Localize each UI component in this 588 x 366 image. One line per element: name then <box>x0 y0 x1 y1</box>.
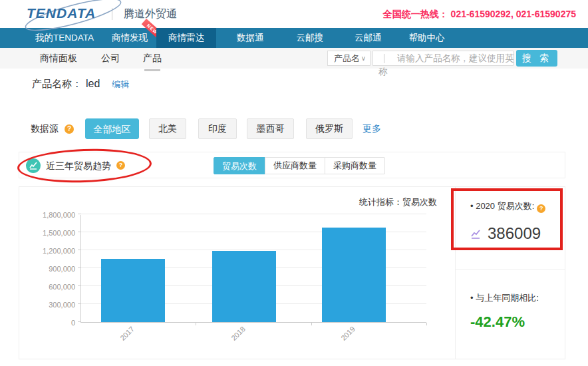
y-tick-label: 0 <box>19 319 75 327</box>
nav-item-label: 数据通 <box>237 33 264 43</box>
nav-item-6[interactable]: 云邮通 <box>355 28 382 48</box>
top-bar: TENDATA 腾道外贸通 全国统一热线： 021-61590292, 021-… <box>0 0 588 28</box>
y-tick <box>78 303 81 304</box>
datasource-label: 数据源 <box>31 118 59 139</box>
more-regions-link[interactable]: 更多 <box>363 118 381 139</box>
purple-trend-icon <box>470 229 483 240</box>
y-tick <box>78 250 81 250</box>
sub-nav: 商情面板公司产品 产品名 ∨ 请输入产品名称，建议使用英 称 搜 索 <box>0 48 588 69</box>
x-tick-label: 2019 <box>336 321 361 346</box>
x-tick-label: 2018 <box>226 321 251 346</box>
y-tick-label: 1,200,000 <box>19 247 75 255</box>
y-tick <box>78 232 81 232</box>
product-name-value: led <box>86 78 100 89</box>
nav-item-label: 商情雷达 <box>168 33 204 43</box>
page: TENDATA 腾道外贸通 全国统一热线： 021-61590292, 021-… <box>0 0 588 366</box>
tab-2[interactable]: 供应商数量 <box>265 157 325 174</box>
logo-text: TENDATA <box>27 5 126 21</box>
x-tick-label: 2017 <box>115 321 140 346</box>
search-category-select[interactable]: 产品名 ∨ <box>327 51 370 66</box>
search-input[interactable]: 请输入产品名称，建议使用英 称 <box>372 51 514 66</box>
nav-item-3[interactable]: 商情雷达 <box>156 28 216 48</box>
y-tick <box>78 214 81 214</box>
y-tick-label: 900,000 <box>19 265 75 273</box>
edit-link[interactable]: 编辑 <box>112 79 129 89</box>
x-axis-tick <box>196 323 196 325</box>
y-tick-label: 600,000 <box>19 283 75 291</box>
tab-3[interactable]: 采购商数量 <box>325 157 385 174</box>
x-axis-tick <box>311 323 312 325</box>
current-year-label: • 2020 贸易次数: <box>470 201 534 211</box>
nav-item-label: 云邮通 <box>355 33 382 43</box>
x-axis-tick <box>426 323 427 325</box>
gridline <box>81 214 426 214</box>
chart-plot <box>80 215 426 323</box>
region-button-5[interactable]: 俄罗斯 <box>306 118 353 139</box>
y-tick <box>78 268 81 268</box>
region-button-3[interactable]: 印度 <box>198 118 237 139</box>
region-button-1[interactable]: 全部地区 <box>85 118 139 139</box>
tendata-logo: TENDATA <box>27 5 126 25</box>
subnav-item-3[interactable]: 产品 <box>143 48 162 69</box>
region-button-2[interactable]: 北美 <box>149 118 186 139</box>
chevron-down-icon: ∨ <box>361 51 366 65</box>
compare-label: • 与上年同期相比: <box>470 292 539 304</box>
panel-divider <box>455 187 456 359</box>
subnav-item-1[interactable]: 商情面板 <box>40 48 77 69</box>
nav-item-5[interactable]: 云邮搜 <box>297 28 324 48</box>
bar-2018 <box>212 251 276 322</box>
search-placeholder-line2: 称 <box>378 67 388 77</box>
hotline-numbers: 021-61590292, 021-61590275 <box>451 9 576 19</box>
compare-value: -42.47% <box>470 313 525 331</box>
help-icon[interactable]: ? <box>65 124 74 134</box>
bar-2017 <box>101 259 165 322</box>
region-button-4[interactable]: 墨西哥 <box>247 118 294 139</box>
help-icon[interactable]: ? <box>116 161 125 170</box>
nav-item-label: 帮助中心 <box>409 33 445 43</box>
nav-item-7[interactable]: 帮助中心 <box>409 28 445 48</box>
tab-1[interactable]: 贸易次数 <box>214 157 265 174</box>
hotline-label: 全国统一热线： <box>383 9 448 19</box>
summary-divider <box>456 269 565 270</box>
nav-item-label: 我的TENDATA <box>35 33 94 43</box>
search-button[interactable]: 搜 索 <box>516 50 557 67</box>
hotline: 全国统一热线： 021-61590292, 021-61590275 <box>383 9 576 21</box>
current-year-value-row: 386009 <box>470 224 541 243</box>
datasource-row: 数据源 ? 更多 全部地区北美印度墨西哥俄罗斯 <box>0 118 588 139</box>
product-name-label: 产品名称： <box>32 78 82 89</box>
chart-card: 统计指标：贸易次数 • 2020 贸易次数:? 386009 • 与上年同期相比… <box>19 186 565 359</box>
trend-section-header: 近三年贸易趋势 ? 贸易次数供应商数量采购商数量 <box>19 152 565 178</box>
trend-chart-icon <box>26 158 41 173</box>
y-tick <box>78 321 81 322</box>
nav-item-label: 商情发现 <box>112 33 148 43</box>
product-name-row: 产品名称：led编辑 <box>32 78 129 91</box>
current-year-label-row: • 2020 贸易次数:? <box>470 200 545 213</box>
y-tick <box>78 285 81 286</box>
y-tick-label: 1,500,000 <box>19 229 75 237</box>
y-tick-label: 1,800,000 <box>19 211 75 219</box>
nav-item-label: 云邮搜 <box>297 33 324 43</box>
y-tick-label: 300,000 <box>19 301 75 309</box>
search-category-value: 产品名 <box>334 53 360 63</box>
stat-indicator-label: 统计指标：贸易次数 <box>359 196 437 208</box>
subnav-item-2[interactable]: 公司 <box>101 48 120 69</box>
help-icon[interactable]: ? <box>537 204 545 213</box>
input-separator <box>384 54 384 63</box>
bar-2019 <box>322 228 386 322</box>
nav-item-4[interactable]: 数据通 <box>237 28 264 48</box>
trend-section-title: 近三年贸易趋势 <box>46 152 111 179</box>
search-placeholder-line1: 请输入产品名称，建议使用英 <box>397 51 514 65</box>
trend-tabs: 贸易次数供应商数量采购商数量 <box>214 157 385 174</box>
current-year-value: 386009 <box>488 224 541 242</box>
